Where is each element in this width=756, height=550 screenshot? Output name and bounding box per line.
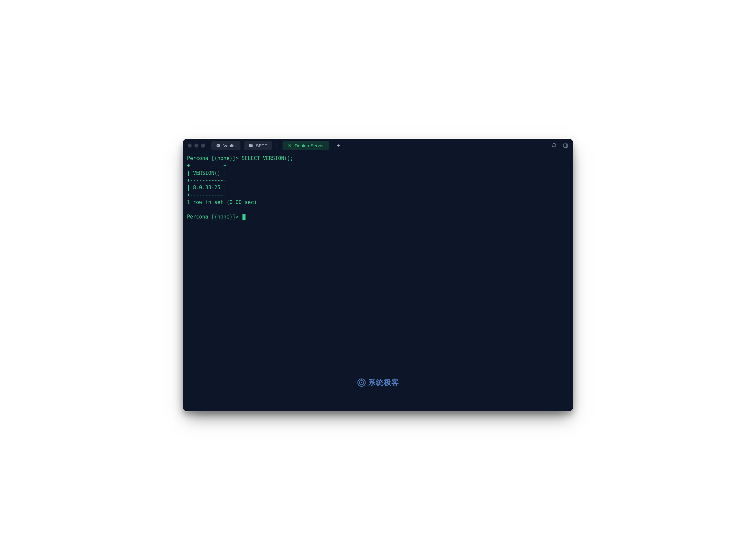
tab-sftp[interactable]: SFTP <box>244 141 272 150</box>
tab-debian-server[interactable]: ✕ Debian-Server <box>282 141 329 150</box>
add-tab-button[interactable]: + <box>335 142 342 149</box>
folder-icon <box>249 143 253 148</box>
watermark-icon <box>357 378 366 387</box>
svg-point-7 <box>361 382 362 383</box>
terminal-prompt: Percona [(none)]> <box>187 214 242 220</box>
close-tab-icon[interactable]: ✕ <box>288 143 292 148</box>
notifications-icon[interactable] <box>552 143 557 148</box>
watermark: 系统极客 <box>357 378 399 388</box>
vaults-icon <box>216 143 221 148</box>
terminal-line: | VERSION() | <box>187 170 226 176</box>
terminal-line: 1 row in set (0.00 sec) <box>187 199 257 205</box>
terminal-window: Vaults SFTP ✕ Debian-Server + <box>183 139 573 411</box>
titlebar: Vaults SFTP ✕ Debian-Server + <box>183 139 573 152</box>
terminal-line: +-----------+ <box>187 163 226 169</box>
watermark-text: 系统极客 <box>368 378 399 388</box>
tab-vaults-label: Vaults <box>223 143 236 148</box>
tab-vaults[interactable]: Vaults <box>211 141 240 150</box>
svg-rect-3 <box>564 144 568 148</box>
cursor <box>242 214 245 220</box>
terminal-line: Percona [(none)]> SELECT VERSION(); <box>187 155 293 161</box>
svg-point-2 <box>218 145 219 146</box>
maximize-window-button[interactable] <box>201 144 205 148</box>
tab-active-label: Debian-Server <box>295 143 324 148</box>
tab-sftp-label: SFTP <box>256 143 268 148</box>
terminal-line: | 8.0.33-25 | <box>187 185 226 191</box>
terminal-line: +-----------+ <box>187 177 226 183</box>
terminal-line: +-----------+ <box>187 192 226 198</box>
minimize-window-button[interactable] <box>194 144 198 148</box>
terminal-output[interactable]: Percona [(none)]> SELECT VERSION(); +---… <box>183 152 573 411</box>
sidebar-toggle-icon[interactable] <box>563 143 568 148</box>
close-window-button[interactable] <box>188 144 192 148</box>
tab-divider <box>276 143 276 149</box>
traffic-lights <box>188 144 205 148</box>
